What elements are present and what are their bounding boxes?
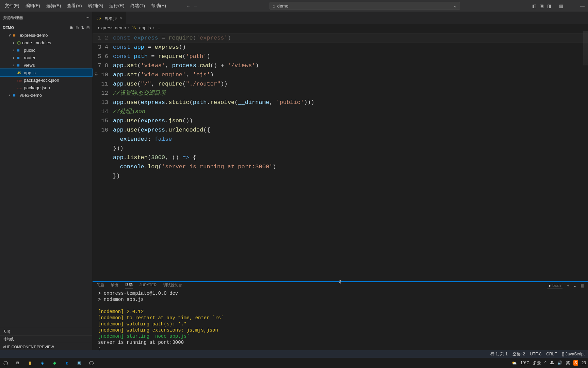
weather-icon[interactable] [512,361,517,365]
explorer-more-icon[interactable]: ⋯ [85,15,89,20]
terminal-selector[interactable]: ▸ bash [547,283,563,289]
tray-volume-icon[interactable]: 🔊 [557,361,562,365]
tree-item-label: package-lock.json [24,78,59,83]
panel-tab-jupyter[interactable]: JUPYTER [140,283,157,288]
start-icon[interactable]: ◯ [1,358,10,368]
app-icon[interactable]: ◈ [37,358,47,368]
section-outline[interactable]: 大纲 [0,328,92,335]
tree-item-label: app.js [24,70,36,75]
menu-file[interactable]: 文件(F) [2,1,22,10]
status-encoding[interactable]: UTF-8 [530,352,541,356]
js-file-icon [132,25,137,30]
tree-folder-express-demo[interactable]: ∨ express-demo [0,31,92,39]
explorer-title: 资源管理器 [3,15,23,21]
menu-help[interactable]: 帮助(H) [148,1,169,10]
weather-temp[interactable]: 19°C [520,361,529,365]
code-editor[interactable]: 1 2 3 4 5 6 7 8 9 10 11 12 13 14 15 16 c… [93,31,588,281]
layout-secondary-side-icon[interactable]: ◨ [547,3,551,9]
folder-icon [17,48,22,52]
refresh-icon[interactable]: ↻ [81,26,84,30]
new-folder-icon[interactable]: 🗀 [76,26,79,30]
tray-ime-icon[interactable]: 英 [566,360,570,366]
line-number-gutter: 1 2 3 4 5 6 7 8 9 10 11 12 13 14 15 16 [93,31,113,281]
tree-item-label: views [24,63,35,68]
collapse-all-icon[interactable]: ⊟ [86,26,89,30]
tree-item-label: router [24,55,35,60]
resize-cursor-icon: ⇕ [338,279,342,285]
tree-folder-node-modules[interactable]: ›⬡ node_modules [0,39,92,46]
npm-file-icon [17,78,22,82]
task-view-icon[interactable]: ⧉ [13,358,22,368]
search-text: demo [277,3,289,9]
menu-terminal[interactable]: 终端(T) [128,1,148,10]
code-content[interactable]: const express = require('express') const… [113,31,588,281]
tree-folder-vue3-demo[interactable]: › vue3-demo [0,91,92,99]
title-bar: 文件(F) 编辑(E) 选择(S) 查看(V) 转到(G) 运行(R) 终端(T… [0,0,588,12]
status-spaces[interactable]: 空格: 2 [512,351,525,357]
clock-time[interactable]: 23 [582,361,586,365]
menu-select[interactable]: 选择(S) [44,1,64,10]
terminal-dropdown-icon[interactable]: ⌄ [573,283,576,288]
app-icon[interactable]: ◆ [50,358,59,368]
new-file-icon[interactable]: 🗎 [70,26,74,30]
minimap[interactable] [583,31,588,65]
menu-edit[interactable]: 编辑(E) [23,1,43,10]
window-minimize-icon[interactable]: — [580,3,585,9]
status-cursor[interactable]: 行 1, 列 1 [490,351,508,357]
tray-sogou-icon[interactable]: S [573,360,578,366]
menu-view[interactable]: 查看(V) [64,1,84,10]
folder-icon [17,63,22,67]
menu-go[interactable]: 转到(G) [85,1,106,10]
tree-file-package-lock[interactable]: package-lock.json [0,76,92,84]
folder-open-icon [13,33,18,37]
nav-forward-icon[interactable]: → [193,3,197,9]
tree-folder-views[interactable]: › views [0,61,92,69]
breadcrumb-tail[interactable]: ... [157,25,160,30]
customize-layout-icon[interactable]: ▦ [559,3,563,9]
section-title[interactable]: DEMO [3,26,14,30]
tree-file-package-json[interactable]: package.json [0,84,92,91]
section-timeline[interactable]: 时间线 [0,335,92,343]
tab-app-js[interactable]: app.js × [93,12,126,24]
tree-folder-router[interactable]: › router [0,54,92,61]
breadcrumb[interactable]: express-demo › app.js › ... [93,24,588,31]
tree-item-label: node_modules [22,40,51,45]
tray-chevron-icon[interactable]: ^ [544,361,546,365]
app-icon[interactable]: ▣ [74,358,84,368]
tree-folder-public[interactable]: › public [0,46,92,54]
command-center-search[interactable]: ⌕ demo ⌄ [270,2,460,10]
breadcrumb-folder[interactable]: express-demo [98,25,126,30]
nav-back-icon[interactable]: ← [186,3,190,9]
panel-tab-terminal[interactable]: 终端 [125,282,133,289]
split-terminal-icon[interactable]: ▥ [581,283,584,288]
chrome-icon[interactable] [86,358,96,368]
status-eol[interactable]: CRLF [546,352,557,356]
terminal-shell-label: bash [553,283,561,288]
tab-label: app.js [105,15,117,20]
terminal-output[interactable]: > express-template@1.0.0 dev > nodemon a… [93,289,588,353]
search-icon: ⌕ [273,3,275,9]
panel-tab-debug-console[interactable]: 调试控制台 [163,282,182,289]
tray-network-icon[interactable]: 🖧 [550,361,554,365]
app-menu: 文件(F) 编辑(E) 选择(S) 查看(V) 转到(G) 运行(R) 终端(T… [0,1,169,10]
layout-panel-icon[interactable]: ▣ [540,3,544,9]
tree-file-app-js[interactable]: app.js [0,69,92,76]
weather-text[interactable]: 多云 [533,360,541,366]
chevron-down-icon[interactable]: ⌄ [453,3,457,9]
panel-tab-problems[interactable]: 问题 [97,282,104,289]
editor-area: app.js × express-demo › app.js › ... 1 2… [93,12,588,350]
layout-primary-side-icon[interactable]: ◧ [532,3,536,9]
panel-resize-handle[interactable]: ⇕ [93,281,588,282]
breadcrumb-file[interactable]: app.js [139,25,151,30]
menu-run[interactable]: 运行(R) [107,1,127,10]
status-language[interactable]: {} JavaScript [562,352,585,356]
section-vue-preview[interactable]: VUE COMPONENT PREVIEW [0,343,92,350]
vscode-icon[interactable]: ⧗ [62,358,71,368]
panel-tab-output[interactable]: 输出 [111,282,118,289]
close-icon[interactable]: × [119,15,122,20]
bottom-panel: 问题 输出 终端 JUPYTER 调试控制台 ▸ bash + ⌄ ▥ > ex… [93,282,588,350]
new-terminal-icon[interactable]: + [567,283,569,288]
js-file-icon [97,15,102,20]
editor-tabs: app.js × [93,12,588,24]
file-explorer-icon[interactable] [25,358,35,368]
